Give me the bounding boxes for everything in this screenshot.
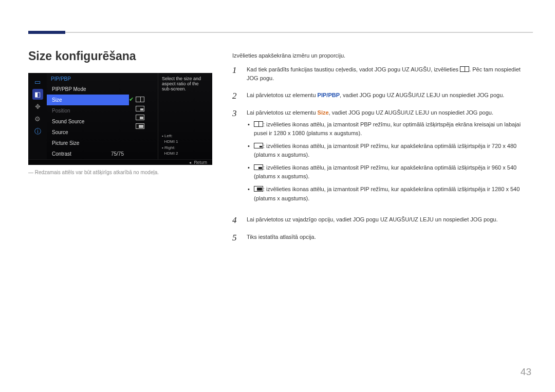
osd-option-pip-large <box>129 123 144 129</box>
info-icon: ⓘ <box>32 126 43 137</box>
osd-item-mode: PIP/PBP Mode <box>47 84 129 95</box>
step-number: 1 <box>232 65 239 83</box>
osd-preview: ▭ ◧ ✥ ⚙ ⓘ PIP/PBP PIP/PBP Mode Size Posi… <box>28 73 212 165</box>
osd-contrast-label: Contrast <box>52 151 71 157</box>
header-rule-accent <box>28 31 65 34</box>
step-number: 3 <box>232 108 239 207</box>
step-body: Tiks iestatīta atlasītā opcija. <box>247 233 531 242</box>
osd-item-size: Size <box>47 95 129 105</box>
page-title: Size konfigurēšana <box>28 49 136 63</box>
monitor-icon: ▭ <box>32 77 43 87</box>
osd-legend: • Left: HDMI 1 • Right: HDMI 2 <box>162 133 209 156</box>
intro-text: Izvēlieties apakšekrāna izmēru un propor… <box>232 51 531 60</box>
osd-sidebar: ▭ ◧ ✥ ⚙ ⓘ <box>28 73 47 159</box>
pip-med-icon <box>136 115 144 120</box>
pip-large-icon <box>136 123 144 129</box>
text: : izvēlieties ikonas attēlu, ja izmantos… <box>254 143 516 158</box>
step-number: 5 <box>232 233 239 242</box>
highlight-pipbp: PIP/PBP <box>318 92 340 98</box>
text: : izvēlieties ikonas attēlu, ja izmantos… <box>254 164 516 179</box>
osd-item-sound-source: Sound Source <box>47 116 129 127</box>
pip-med-icon <box>254 164 263 170</box>
instructions: Izvēlieties apakšekrāna izmēru un propor… <box>232 51 531 250</box>
legend-right-value: HDMI 2 <box>164 151 178 156</box>
osd-options: ✔ <box>129 73 158 159</box>
split-icon <box>136 97 144 102</box>
bullet-pip-med: : izvēlieties ikonas attēlu, ja izmantos… <box>247 163 531 181</box>
osd-help: Select the size and aspect ratio of the … <box>158 73 212 159</box>
menu-icon <box>460 66 469 72</box>
text: , vadiet JOG pogu UZ AUGŠU/UZ LEJU un no… <box>329 109 493 116</box>
return-icon: ◂ <box>189 160 191 165</box>
bullet-pip-large: : izvēlieties ikonas attēlu, ja izmantos… <box>247 185 531 202</box>
osd-body: ▭ ◧ ✥ ⚙ ⓘ PIP/PBP PIP/PBP Mode Size Posi… <box>28 73 212 159</box>
highlight-size: Size <box>318 109 329 116</box>
pip-large-icon <box>254 186 263 192</box>
check-icon: ✔ <box>129 96 134 103</box>
step-number: 2 <box>232 91 239 100</box>
bullet-split: : izvēlieties ikonas attēlu, ja izmantos… <box>247 120 531 138</box>
osd-return-label: Return <box>194 160 207 165</box>
text: : izvēlieties ikonas attēlu, ja izmantos… <box>254 121 521 136</box>
step-body: Kad tiek parādīts funkcijas taustiņu ceļ… <box>247 65 531 83</box>
legend-left-value: HDMI 1 <box>164 139 178 144</box>
text: Kad tiek parādīts funkcijas taustiņu ceļ… <box>247 66 460 72</box>
step-2: 2 Lai pārvietotos uz elementu PIP/PBP, v… <box>232 91 531 100</box>
gear-icon: ⚙ <box>32 114 43 124</box>
step-3: 3 Lai pārvietotos uz elementu Size, vadi… <box>232 108 531 207</box>
step-body: Lai pārvietotos uz elementu PIP/PBP, vad… <box>247 91 531 100</box>
text: Lai pārvietotos uz elementu <box>247 109 318 116</box>
page-number: 43 <box>521 366 531 378</box>
step-5: 5 Tiks iestatīta atlasītā opcija. <box>232 233 531 242</box>
osd-item-contrast: Contrast 75/75 <box>47 148 129 159</box>
text: , vadiet JOG pogu UZ AUGŠU/UZ LEJU un no… <box>340 92 504 98</box>
header-rule <box>28 32 533 33</box>
text: : izvēlieties ikonas attēlu, ja izmantos… <box>254 186 520 201</box>
bullet-pip-small: : izvēlieties ikonas attēlu, ja izmantos… <box>247 142 531 159</box>
legend-left-label: Left: <box>164 134 173 138</box>
osd-header: PIP/PBP <box>47 73 129 84</box>
osd-contrast-value: 75/75 <box>111 151 124 157</box>
osd-menu: PIP/PBP PIP/PBP Mode Size Position Sound… <box>47 73 129 159</box>
osd-option-pip-small <box>129 106 144 111</box>
step-body: Lai pārvietotos uz vajadzīgo opciju, vad… <box>247 215 531 225</box>
osd-option-split: ✔ <box>129 96 144 103</box>
legend-right-label: Right: <box>164 145 175 150</box>
move-icon: ✥ <box>32 101 43 112</box>
text: Lai pārvietotos uz elementu <box>247 92 318 98</box>
step-4: 4 Lai pārvietotos uz vajadzīgo opciju, v… <box>232 215 531 225</box>
pip-icon: ◧ <box>32 89 43 100</box>
bullet-list: : izvēlieties ikonas attēlu, ja izmantos… <box>247 120 531 202</box>
osd-help-text: Select the size and aspect ratio of the … <box>162 76 209 91</box>
pip-small-icon <box>254 143 263 148</box>
pip-small-icon <box>136 106 144 111</box>
osd-item-position: Position <box>47 105 129 116</box>
osd-option-pip-med <box>129 115 144 120</box>
osd-item-picture-size: Picture Size <box>47 138 129 148</box>
osd-item-source: Source <box>47 127 129 138</box>
split-icon <box>254 121 263 127</box>
step-list: 1 Kad tiek parādīts funkcijas taustiņu c… <box>232 65 531 242</box>
step-number: 4 <box>232 215 239 225</box>
osd-footer: ◂ Return <box>28 159 212 165</box>
step-body: Lai pārvietotos uz elementu Size, vadiet… <box>247 108 531 207</box>
image-caption: Redzamais attēls var būt atšķirīgs atkar… <box>28 170 159 175</box>
step-1: 1 Kad tiek parādīts funkcijas taustiņu c… <box>232 65 531 83</box>
